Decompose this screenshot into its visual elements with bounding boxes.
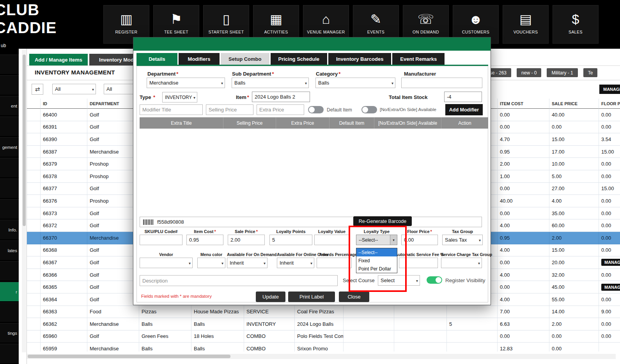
table-row[interactable]: 66362MerchandiseBallsBallsINVENTORY2024 …	[27, 318, 620, 330]
table-row[interactable]: 66363FoodPizzasHouse Made PizzasSERVICEC…	[27, 306, 620, 318]
loyalty-value-input[interactable]	[314, 235, 349, 245]
available-online-order-select[interactable]: Inherit ▾	[277, 258, 314, 268]
sidebar-item-3[interactable]	[0, 117, 19, 136]
loyalty-type-value: --Select--	[359, 237, 378, 243]
sidebar-item-r[interactable]: r	[0, 282, 19, 301]
sidebar-item-6[interactable]	[0, 178, 19, 198]
floor-price-input[interactable]	[401, 235, 438, 245]
sidebar-item-1[interactable]	[0, 75, 19, 95]
sidebar-item-0[interactable]	[0, 55, 19, 74]
modal-tab-details[interactable]: Details	[136, 53, 177, 65]
item-name-input[interactable]	[252, 92, 310, 102]
refresh-icon: ⇄	[35, 86, 40, 93]
cell-dept: Proshop	[87, 170, 139, 183]
sidebar-item-5[interactable]	[0, 158, 19, 177]
modifier-column-header: [No/Extra/On Side] Available	[374, 117, 441, 129]
horizontal-scrollbar-thumb[interactable]	[28, 355, 230, 358]
sale-price-input[interactable]	[228, 235, 265, 245]
sidebar-item-7[interactable]	[0, 199, 19, 219]
column-header[interactable]: DEPARTMENT	[87, 99, 139, 109]
description-input[interactable]	[140, 275, 338, 286]
page-title: INVENTORY MANAGEMENT	[35, 69, 115, 76]
table-row[interactable]: 65959MerchandiseBallsBallsCOMBOSrixon Pr…	[27, 343, 620, 352]
sidebar-item-ent[interactable]: ent	[0, 96, 19, 115]
tab-add-manage-items[interactable]: Add / Manage Items	[29, 54, 88, 65]
table-row[interactable]: 65960GolfGreen Fees18 HolesCOMBOPolo Fie…	[27, 330, 620, 343]
add-modifier-button[interactable]: Add Modifier	[445, 104, 483, 115]
manage-button[interactable]: MANAGE	[601, 259, 620, 266]
department-select[interactable]: Merchandise ▾	[147, 78, 225, 88]
cell-sel	[27, 109, 41, 121]
sidebar-item-info[interactable]: Info.	[0, 220, 19, 239]
modifier-extra-price-input[interactable]	[257, 104, 304, 115]
column-header[interactable]	[27, 99, 41, 109]
service-charge-tax-select[interactable]: ▾	[441, 258, 482, 268]
nav-sales-button[interactable]: $SALES	[553, 5, 599, 44]
register-visibility-toggle[interactable]	[427, 276, 442, 284]
vertical-scrollbar[interactable]	[22, 50, 26, 352]
auto-service-fee-input[interactable]	[399, 258, 438, 268]
regenerate-barcode-tooltip[interactable]: Re-Generate Barcode	[353, 216, 412, 226]
type-select[interactable]: INVENTORY ▾	[162, 92, 197, 102]
sidebar-item-tings[interactable]: tings	[0, 323, 19, 343]
tax-group-select[interactable]: Sales Tax ▾	[442, 235, 483, 245]
default-item-toggle[interactable]	[308, 106, 324, 113]
awards-percentage-input[interactable]	[317, 258, 352, 268]
sidebar-item-10[interactable]	[0, 261, 19, 281]
vendor-select[interactable]: ▾	[140, 258, 193, 268]
filter-dropdown-1[interactable]: All ▾	[52, 84, 96, 94]
loyalty-type-option[interactable]: --Select--	[356, 248, 397, 256]
modal-tab-inventory-barcodes[interactable]: Inventory Barcodes	[328, 53, 391, 65]
loyalty-type-option[interactable]: Point Per Dollar	[356, 265, 397, 273]
app-root: CLUB CADDIE ub ▥REGISTER⚑TEE SHEET▯START…	[0, 0, 620, 364]
close-button[interactable]: Close	[339, 292, 369, 302]
total-item-stock-input[interactable]	[444, 92, 482, 102]
menu-color-select[interactable]: ▾	[197, 258, 225, 268]
available-online-order-label: Available For Online Order	[277, 252, 316, 257]
modal-tab-event-remarks[interactable]: Event Remarks	[392, 53, 445, 65]
column-header[interactable]: ID	[41, 99, 87, 109]
sidebar-item-12[interactable]	[0, 302, 19, 322]
select-course-select[interactable]: Select ▾	[378, 275, 420, 286]
cell-sale: 15.00	[549, 244, 599, 257]
update-button[interactable]: Update	[256, 292, 285, 302]
modifier-selling-price-input[interactable]	[206, 104, 253, 115]
vertical-scrollbar-thumb[interactable]	[23, 55, 26, 226]
item-cost-input[interactable]	[186, 235, 223, 245]
print-label-button[interactable]: Print Label	[288, 292, 335, 302]
modal-tab-setup-combo[interactable]: Setup Combo	[221, 53, 269, 65]
manage-columns-button[interactable]: MANAGE	[599, 85, 620, 94]
refresh-button[interactable]: ⇄	[32, 84, 43, 95]
cell-sale: 0.00	[549, 343, 599, 352]
loyalty-type-option[interactable]: Fixed	[356, 256, 397, 265]
available-on-demand-select[interactable]: Inherit ▾	[227, 258, 267, 268]
barcode-field[interactable]: f558d90808	[140, 217, 482, 227]
modal-tab-pricing-schedule[interactable]: Pricing Schedule	[271, 53, 327, 65]
loyalty-type-select[interactable]: --Select-- ▾	[356, 235, 397, 245]
item-label: Item*	[236, 94, 249, 100]
sidebar-item-14[interactable]	[0, 344, 19, 363]
loyalty-points-input[interactable]	[269, 235, 312, 245]
no-extra-onside-toggle[interactable]	[361, 106, 377, 113]
manufacturer-input[interactable]	[401, 78, 482, 88]
modifier-title-input[interactable]	[140, 104, 203, 115]
filter-badge[interactable]: new - 0	[517, 68, 541, 77]
modal-tab-modifiers[interactable]: Modifiers	[179, 53, 220, 65]
column-header[interactable]: SALE PRICE	[549, 99, 599, 109]
horizontal-scrollbar[interactable]	[27, 354, 616, 359]
filter-badge[interactable]: Military - 1	[547, 68, 577, 77]
chevron-down-icon[interactable]: ▾	[390, 235, 397, 245]
sidebar-item-lates[interactable]: lates	[0, 240, 19, 260]
category-select[interactable]: Balls ▾	[315, 78, 395, 88]
sidebar-item-gement[interactable]: gement	[0, 137, 19, 157]
filter-badge[interactable]: Te	[583, 68, 598, 77]
column-header[interactable]: FLOOR PRICE	[599, 99, 620, 109]
sku-input[interactable]	[140, 235, 182, 245]
cell-floor: 0.00	[599, 232, 620, 244]
cell-sale: 0.00	[549, 330, 599, 343]
column-header[interactable]: ITEM COST	[498, 99, 549, 109]
nav-button-label: REGISTER	[115, 30, 138, 34]
manage-button[interactable]: MANAGE	[601, 284, 620, 291]
sub-department-select[interactable]: Balls ▾	[232, 78, 309, 88]
nav-vouchers-button[interactable]: ▤VOUCHERS	[503, 5, 549, 44]
